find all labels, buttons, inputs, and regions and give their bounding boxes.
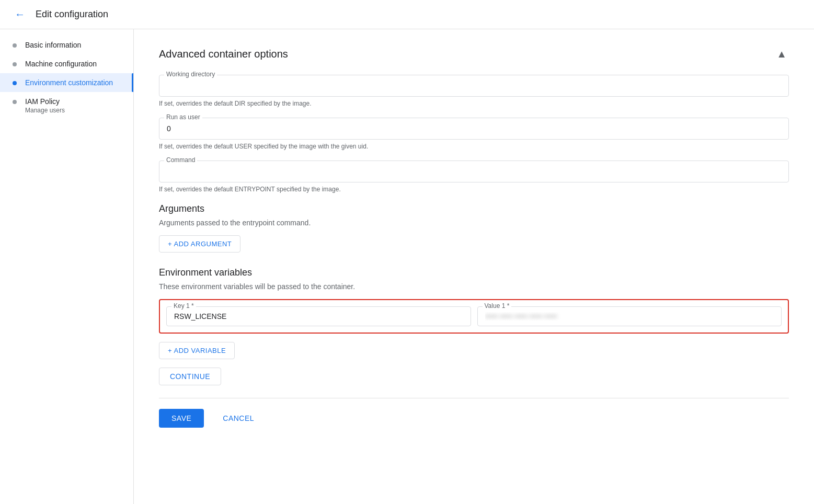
section-header: Advanced container options ▲: [159, 46, 789, 62]
sidebar-dot: [13, 100, 17, 104]
bottom-actions: SAVE CANCEL: [159, 398, 789, 428]
main-content: Advanced container options ▲ Working dir…: [134, 29, 814, 504]
working-directory-hint: If set, overrides the default DIR specif…: [159, 100, 789, 107]
env-vars-title: Environment variables: [159, 267, 789, 278]
continue-button[interactable]: CONTINUE: [159, 368, 221, 385]
command-label: Command: [164, 156, 197, 164]
working-directory-input[interactable]: [159, 75, 789, 97]
env-key-field-1: Key 1 *: [166, 306, 471, 326]
arguments-desc: Arguments passed to the entrypoint comma…: [159, 219, 789, 227]
command-field-row: Command: [159, 161, 789, 182]
save-button[interactable]: SAVE: [159, 409, 204, 428]
command-hint: If set, overrides the default ENTRYPOINT…: [159, 186, 789, 193]
chevron-up-icon: ▲: [776, 48, 787, 60]
sidebar-item-machine[interactable]: Machine configuration: [0, 54, 133, 73]
sidebar-item-label: Machine configuration: [25, 60, 121, 68]
env-val-field-1: Value 1 *: [477, 306, 782, 326]
arguments-section: Arguments Arguments passed to the entryp…: [159, 203, 789, 253]
add-variable-button[interactable]: + ADD VARIABLE: [159, 342, 235, 359]
sidebar-dot: [13, 62, 17, 66]
command-input[interactable]: [159, 161, 789, 182]
sidebar-item-label: IAM Policy: [25, 97, 121, 106]
run-as-user-field-row: Run as user: [159, 118, 789, 140]
back-icon: ←: [15, 8, 25, 20]
run-as-user-input[interactable]: [159, 118, 789, 140]
sidebar-item-basic[interactable]: Basic information: [0, 36, 133, 54]
add-variable-label: + ADD VARIABLE: [168, 347, 226, 354]
section-title: Advanced container options: [159, 48, 288, 60]
add-argument-label: + ADD ARGUMENT: [168, 240, 232, 248]
sidebar-item-label: Environment customization: [25, 78, 121, 87]
run-as-user-hint: If set, overrides the default USER speci…: [159, 143, 789, 150]
env-val-input-1[interactable]: [477, 306, 782, 326]
env-vars-section: Environment variables These environment …: [159, 267, 789, 385]
env-vars-desc: These environment variables will be pass…: [159, 282, 789, 291]
sidebar-item-env[interactable]: Environment customization: [0, 73, 133, 92]
env-key-label-1: Key 1 *: [171, 302, 196, 310]
back-button[interactable]: ←: [13, 6, 27, 22]
layout: Basic information Machine configuration …: [0, 29, 814, 504]
actions-row: CONTINUE: [159, 368, 789, 385]
run-as-user-group: Run as user If set, overrides the defaul…: [159, 118, 789, 150]
command-group: Command If set, overrides the default EN…: [159, 161, 789, 193]
working-directory-label: Working directory: [164, 71, 217, 78]
sidebar: Basic information Machine configuration …: [0, 29, 134, 504]
sidebar-dot: [13, 81, 17, 85]
add-argument-button[interactable]: + ADD ARGUMENT: [159, 235, 240, 253]
env-var-row-1: Key 1 * Value 1 *: [159, 299, 789, 334]
sidebar-dot: [13, 43, 17, 48]
run-as-user-label: Run as user: [164, 113, 202, 121]
sidebar-item-sublabel: Manage users: [25, 107, 121, 114]
env-val-label-1: Value 1 *: [483, 302, 512, 310]
sidebar-item-iam[interactable]: IAM Policy Manage users: [0, 92, 133, 119]
sidebar-item-label: Basic information: [25, 41, 121, 49]
working-directory-field-row: Working directory: [159, 75, 789, 97]
app-header: ← Edit configuration: [0, 0, 814, 29]
page-title: Edit configuration: [36, 9, 108, 20]
cancel-button[interactable]: CANCEL: [210, 409, 267, 428]
collapse-button[interactable]: ▲: [774, 46, 789, 62]
working-directory-group: Working directory If set, overrides the …: [159, 75, 789, 107]
arguments-title: Arguments: [159, 203, 789, 214]
env-key-input-1[interactable]: [166, 306, 471, 326]
